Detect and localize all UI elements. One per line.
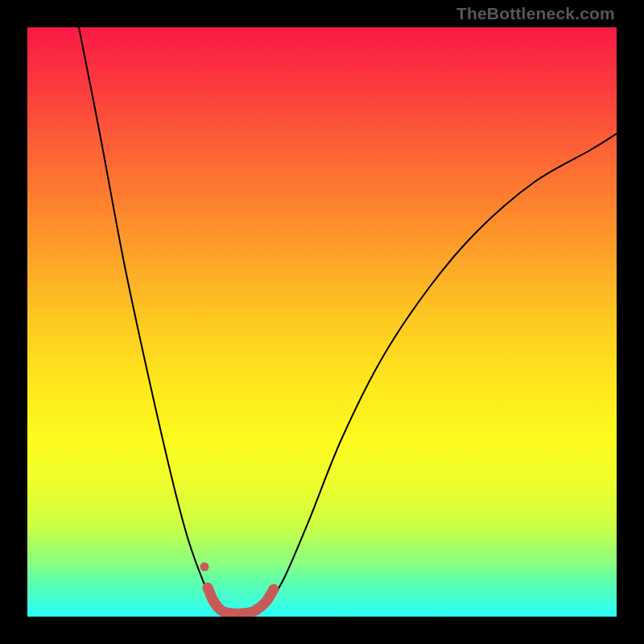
series-left_dot-marker <box>200 563 209 572</box>
series-right_curve <box>269 134 617 604</box>
series-bottom_marker <box>208 588 274 613</box>
series-left_curve <box>79 27 214 604</box>
curve-overlay <box>27 27 617 617</box>
plot-area <box>27 27 617 617</box>
chart-frame: TheBottleneck.com <box>0 0 644 644</box>
attribution-label: TheBottleneck.com <box>456 4 615 23</box>
